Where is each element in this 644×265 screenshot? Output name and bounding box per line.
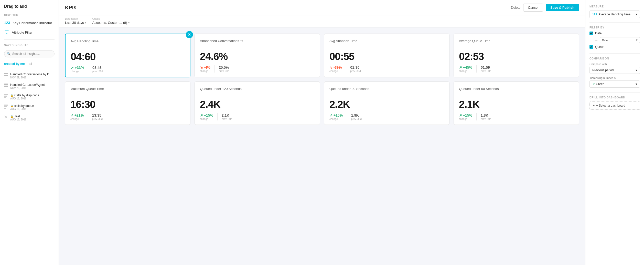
filter-bar: Date range Last 30 days ▾ Queue Accounts… (59, 15, 585, 27)
filter-date-as-select[interactable]: Date ▾ (600, 37, 640, 43)
kpi-prev-sub-queued-90: prev. 30d (351, 118, 362, 120)
kpi-title-queued-60: Queued under 60 Seconds (459, 87, 574, 96)
kpi-new-item[interactable]: 123 Key Performance Indicator (0, 18, 59, 27)
kpi-change-val-queued-60: ↗ +15% (459, 113, 472, 117)
new-item-label: NEW ITEM (0, 12, 59, 18)
date-range-chevron: ▾ (85, 21, 86, 24)
kpi-card-avg-handling[interactable]: ✕ Avg Handling Time 04:60 ↗ +33% change … (65, 34, 190, 77)
header-actions: Delete Cancel Save & Publish (511, 4, 579, 12)
insight-grid-icon-2 (4, 84, 8, 87)
kpi-card-max-queue[interactable]: Maximum Queue Time 16:30 ↗ +21% change 1… (65, 81, 190, 125)
kpi-footer-queued-60: ↗ +15% change 1.8K prev. 30d (459, 113, 574, 120)
kpi-prev-avg-handling: 03:46 prev. 30d (88, 66, 103, 73)
kpi-prev-val-avg-queue: 01:59 (481, 65, 490, 69)
save-publish-button[interactable]: Save & Publish (546, 4, 579, 11)
insight-text-3: 🔒 Calls by disp code AUG 16, 2018 (10, 94, 39, 100)
filter-date-checkbox[interactable] (589, 32, 593, 35)
kpi-prev-val-abandoned-conv: 25.5% (219, 65, 229, 69)
x-icon-5 (4, 115, 8, 119)
kpi-prev-val-queued-90: 1.9K (351, 113, 359, 117)
insight-item-2[interactable]: Handled Co...ueue/Agent NOV 29, 2018 (0, 81, 59, 91)
queue-filter: Queue Accounts, Custom... (8) ▾ (92, 17, 130, 25)
filter-icon (4, 30, 9, 35)
rp-divider-2 (589, 53, 640, 54)
insight-item-5[interactable]: 🔒 Test AUG 16, 2018 (0, 113, 59, 123)
kpi-title-queued-120: Queued under 120 Seconds (200, 87, 315, 96)
queue-label: Queue (92, 17, 130, 20)
kpi-icon: 123 (4, 21, 10, 25)
measure-num-icon: 123 (592, 13, 597, 16)
kpi-value-queued-60: 2.1K (459, 99, 574, 110)
measure-select[interactable]: 123 Average Handling Time ▾ (589, 11, 640, 18)
filter-queue-checkbox[interactable] (589, 45, 593, 49)
kpi-footer-max-queue: ↗ +21% change 13:35 prev. 30d (70, 113, 185, 120)
kpi-prev-val-avg-handling: 03:46 (92, 66, 102, 70)
kpi-card-avg-queue[interactable]: Average Queue Time 02:53 ↗ +45% change 0… (454, 34, 579, 77)
kpi-change-val-queued-120: ↗ +15% (200, 113, 213, 117)
insight-item-3[interactable]: 🔒 Calls by disp code AUG 16, 2018 (0, 91, 59, 102)
kpi-value-avg-queue: 02:53 (459, 51, 574, 62)
sidebar-drag-title: Drag to add (0, 4, 59, 12)
kpi-prev-queued-60: 1.8K prev. 30d (476, 113, 491, 120)
insight-text-4: 🔒 calls by queue AUG 16, 2018 (10, 104, 34, 110)
measure-value: Average Handling Time (598, 13, 630, 16)
tab-created[interactable]: created by me (4, 61, 27, 67)
kpi-card-close-btn[interactable]: ✕ (186, 31, 193, 38)
filter-by-label: FILTER BY (589, 26, 640, 29)
cancel-button[interactable]: Cancel (523, 4, 543, 12)
kpi-prev-queued-90: 1.9K prev. 30d (347, 113, 362, 120)
queue-chevron: ▾ (128, 21, 130, 24)
main-header: KPIs Delete Cancel Save & Publish (59, 0, 585, 15)
kpi-title-avg-queue: Average Queue Time (459, 39, 574, 48)
kpi-prev-abandoned-conv: 25.5% prev. 30d (214, 65, 229, 73)
kpi-footer-avg-handling: ↗ +33% change 03:46 prev. 30d (71, 66, 185, 73)
kpi-value-avg-abandon: 00:55 (329, 51, 444, 62)
kpi-grid-area: ✕ Avg Handling Time 04:60 ↗ +33% change … (59, 27, 585, 265)
insight-grid-icon-1 (4, 73, 8, 77)
filter-date-row: Date (589, 32, 640, 35)
queue-select[interactable]: Accounts, Custom... (8) ▾ (92, 21, 130, 25)
kpi-prev-avg-queue: 01:59 prev. 30d (476, 65, 491, 73)
tab-all[interactable]: all (29, 61, 34, 67)
kpi-card-queued-120[interactable]: Queued under 120 Seconds 2.4K ↗ +15% cha… (195, 81, 320, 125)
kpi-change-queued-90: ↗ +15% change (329, 113, 343, 120)
drill-section: DRILL INTO DASHBOARD + + Select a dashbo… (589, 96, 640, 110)
date-range-select[interactable]: Last 30 days ▾ (65, 21, 86, 25)
kpi-card-queued-60[interactable]: Queued under 60 Seconds 2.1K ↗ +15% chan… (454, 81, 579, 125)
date-range-filter: Date range Last 30 days ▾ (65, 17, 86, 25)
compare-with-select[interactable]: Previous period ▾ (589, 67, 640, 74)
arrow-green: ↗ (592, 82, 595, 86)
increasing-select[interactable]: ↗ Green ▾ (589, 80, 640, 88)
kpi-prev-sub-avg-abandon: prev. 30d (350, 70, 361, 73)
lock-icon-3: 🔒 (10, 94, 13, 97)
insight-item-1[interactable]: Handled Conversations by D NOV 29, 2018 (0, 70, 59, 81)
kpi-change-avg-abandon: ↘ -39% change (329, 65, 342, 73)
filter-new-item[interactable]: Attribute Filter (0, 27, 59, 37)
select-dashboard-button[interactable]: + + Select a dashboard (589, 101, 640, 110)
kpi-card-queued-90[interactable]: Queued under 90 Seconds 2.2K ↗ +15% chan… (324, 81, 449, 125)
kpi-change-val-abandoned-conv: ↘ -4% (200, 65, 210, 69)
search-box[interactable]: 🔍 (4, 50, 55, 57)
kpi-card-abandoned-conv[interactable]: Abandoned Conversations % 24.6% ↘ -4% ch… (195, 34, 320, 77)
search-icon: 🔍 (7, 52, 11, 56)
drill-label: DRILL INTO DASHBOARD (589, 96, 640, 99)
kpi-value-avg-handling: 04:60 (71, 51, 185, 63)
rp-divider-3 (589, 92, 640, 93)
insight-item-4[interactable]: 🔒 calls by queue AUG 16, 2018 (0, 102, 59, 113)
rp-divider-1 (589, 22, 640, 23)
kpi-change-queued-60: ↗ +15% change (459, 113, 472, 120)
kpi-footer-avg-queue: ↗ +45% change 01:59 prev. 30d (459, 65, 574, 73)
lock-icon-4: 🔒 (10, 105, 13, 107)
kpi-card-avg-abandon[interactable]: Avg Abandon Time 00:55 ↘ -39% change 01:… (324, 34, 449, 77)
kpi-change-val-queued-90: ↗ +15% (329, 113, 343, 117)
delete-button[interactable]: Delete (511, 6, 521, 9)
compare-chevron: ▾ (636, 68, 637, 72)
filter-date-as-row: as Date ▾ (595, 37, 640, 43)
kpi-prev-queued-120: 2.1K prev. 30d (217, 113, 232, 120)
filter-queue-row: Queue (589, 45, 640, 49)
kpi-prev-val-queued-60: 1.8K (481, 113, 488, 117)
sidebar-divider (4, 39, 55, 40)
page-title: KPIs (65, 5, 76, 11)
kpi-footer-abandoned-conv: ↘ -4% change 25.5% prev. 30d (200, 65, 315, 73)
search-input[interactable] (12, 52, 52, 56)
